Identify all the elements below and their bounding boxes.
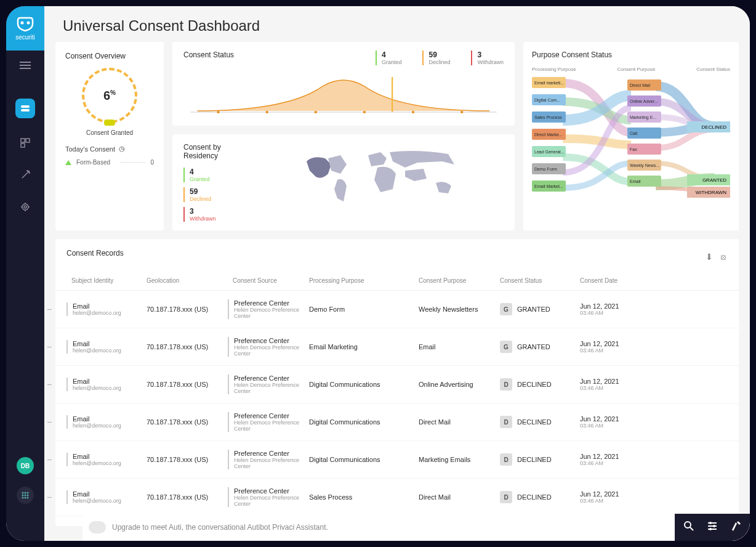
user-avatar[interactable]: DB bbox=[17, 457, 34, 474]
collapse-icon[interactable]: − bbox=[47, 379, 52, 389]
form-based-row: Form-Based 0 bbox=[65, 159, 154, 166]
svg-point-16 bbox=[25, 497, 26, 499]
menu-toggle[interactable] bbox=[20, 62, 31, 69]
sankey-left-node: Direct Marke... bbox=[532, 129, 566, 140]
collapse-icon[interactable]: − bbox=[47, 417, 52, 427]
table-row[interactable]: − Emailhelen@democo.org 70.187.178.xxx (… bbox=[55, 366, 739, 403]
svg-point-8 bbox=[24, 206, 26, 208]
nav-grid-icon[interactable] bbox=[18, 136, 33, 150]
table-row[interactable]: − Emailhelen@democo.org 70.187.178.xxx (… bbox=[55, 403, 739, 441]
svg-point-26 bbox=[685, 522, 691, 528]
svg-rect-4 bbox=[21, 139, 25, 142]
main: Universal Consent Dashboard Consent Over… bbox=[44, 6, 750, 541]
securiti-icon bbox=[17, 17, 34, 31]
metric-granted: 4 Granted bbox=[376, 51, 402, 65]
svg-rect-2 bbox=[21, 105, 30, 108]
residency-title: Consent by Residency bbox=[183, 143, 257, 160]
sankey-mid-node: Direct Mail bbox=[627, 79, 661, 91]
svg-point-19 bbox=[217, 111, 220, 113]
consent-status-card: Consent Status 4 Granted 59 Declined bbox=[172, 42, 515, 126]
table-row[interactable]: − Emailhelen@democo.org 70.187.178.xxx (… bbox=[55, 441, 739, 479]
download-icon[interactable]: ⬇ bbox=[706, 252, 713, 262]
consent-gauge: 6% bbox=[82, 68, 137, 123]
sankey-mid-node: Email bbox=[627, 176, 661, 187]
svg-rect-3 bbox=[21, 109, 30, 111]
sankey-mid-node: Fax bbox=[627, 144, 661, 155]
svg-point-7 bbox=[22, 204, 28, 210]
svg-point-20 bbox=[265, 111, 268, 113]
collapse-icon[interactable]: − bbox=[47, 492, 52, 502]
residency-granted: 4 Granted bbox=[183, 168, 257, 182]
collapse-icon[interactable]: − bbox=[47, 455, 52, 464]
sankey-mid-node: Call bbox=[627, 128, 661, 139]
sankey-left-node: Email marketi... bbox=[532, 77, 566, 88]
nav-icons bbox=[15, 99, 35, 214]
table-header: Subject Identity Geolocation Consent Sou… bbox=[55, 271, 739, 291]
nav-settings-icon[interactable] bbox=[18, 200, 33, 214]
sankey-left-node: Email Market... bbox=[532, 180, 566, 192]
sidebar: securiti DB bbox=[6, 6, 44, 541]
build-icon[interactable] bbox=[730, 521, 741, 534]
gauge-label: Consent Granted bbox=[65, 129, 154, 136]
svg-point-0 bbox=[21, 21, 24, 24]
svg-point-13 bbox=[25, 495, 26, 496]
records-title: Consent Records bbox=[66, 249, 124, 257]
distribution-chart bbox=[183, 74, 504, 117]
sankey-diagram: Email marketi...Digital Com...Sales Proc… bbox=[532, 77, 730, 206]
up-triangle-icon bbox=[65, 160, 71, 165]
nav-dashboard-icon[interactable] bbox=[15, 99, 35, 118]
svg-point-1 bbox=[27, 21, 30, 24]
sankey-left-node: Demo Form bbox=[532, 163, 566, 174]
nav-tools-icon[interactable] bbox=[18, 168, 33, 182]
page-title: Universal Consent Dashboard bbox=[63, 17, 731, 34]
upgrade-text: Upgrade to meet Auti, the conversational… bbox=[112, 523, 675, 532]
table-row[interactable]: − Emailhelen@democo.org 70.187.178.xxx (… bbox=[55, 479, 739, 516]
sankey-left-node: Sales Process bbox=[532, 111, 566, 123]
todays-consent: Today's Consent ◷ bbox=[65, 145, 154, 153]
residency-declined: 59 Declined bbox=[183, 187, 257, 202]
filter-icon[interactable] bbox=[707, 521, 718, 534]
svg-point-31 bbox=[709, 522, 712, 524]
metric-withdrawn: 3 Withdrawn bbox=[471, 51, 504, 65]
table-row[interactable]: − Emailhelen@democo.org 70.187.178.xxx (… bbox=[55, 291, 739, 328]
collapse-icon[interactable]: − bbox=[47, 342, 52, 352]
visibility-icon[interactable]: ⦻ bbox=[719, 252, 728, 262]
sankey-mid-node: Weekly News... bbox=[627, 160, 661, 171]
svg-point-21 bbox=[315, 111, 318, 113]
svg-point-22 bbox=[363, 111, 366, 113]
sankey-declined: DECLINED bbox=[687, 121, 730, 132]
status-badge: D bbox=[500, 416, 512, 428]
svg-point-33 bbox=[709, 528, 712, 530]
svg-point-32 bbox=[713, 525, 715, 527]
sankey-left-node: Digital Com... bbox=[532, 94, 566, 105]
status-badge: D bbox=[500, 491, 512, 503]
residency-withdrawn: 3 Withdrawn bbox=[183, 207, 257, 222]
bottom-bar: Upgrade to meet Auti, the conversational… bbox=[82, 514, 750, 541]
sankey-mid-node: Marketing E... bbox=[627, 111, 661, 123]
brand-logo[interactable]: securiti bbox=[6, 6, 44, 51]
sankey-h1: Processing Purpose bbox=[532, 67, 576, 72]
chat-icon[interactable] bbox=[89, 521, 106, 533]
svg-point-15 bbox=[22, 497, 24, 499]
table-row[interactable]: − Emailhelen@democo.org 70.187.178.xxx (… bbox=[55, 328, 739, 366]
svg-rect-6 bbox=[21, 144, 25, 147]
header: Universal Consent Dashboard bbox=[44, 6, 750, 42]
clock-icon: ◷ bbox=[119, 145, 125, 153]
sankey-left-node: Lead Generat... bbox=[532, 146, 566, 157]
search-icon[interactable] bbox=[683, 521, 694, 534]
sankey-h3: Consent Status bbox=[696, 67, 730, 72]
svg-rect-5 bbox=[26, 139, 30, 142]
consent-overview-card: Consent Overview 6% Consent Granted Toda… bbox=[55, 42, 164, 230]
status-title: Consent Status bbox=[183, 51, 234, 59]
collapse-icon[interactable]: − bbox=[47, 304, 52, 314]
sankey-granted: GRANTED bbox=[687, 174, 730, 185]
svg-point-23 bbox=[412, 111, 415, 113]
svg-line-27 bbox=[690, 527, 693, 530]
brand-name: securiti bbox=[15, 34, 35, 41]
apps-icon[interactable] bbox=[17, 487, 34, 504]
svg-point-11 bbox=[27, 492, 29, 494]
metric-declined: 59 Declined bbox=[422, 51, 450, 65]
svg-point-12 bbox=[22, 495, 24, 496]
overview-title: Consent Overview bbox=[65, 52, 154, 60]
svg-point-17 bbox=[27, 497, 29, 499]
